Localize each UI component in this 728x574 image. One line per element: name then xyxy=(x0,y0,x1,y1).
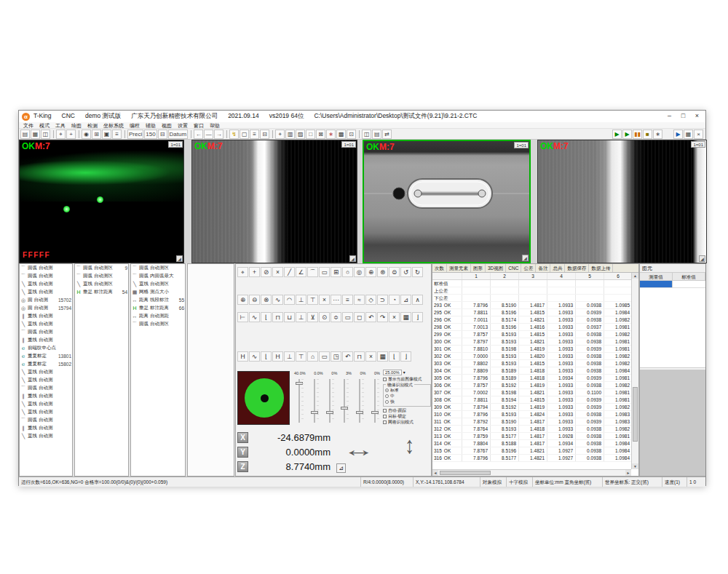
radio-option[interactable]: 标准 xyxy=(385,388,429,393)
table-row[interactable]: 下公差 xyxy=(432,295,631,302)
empty-box-icon[interactable]: □ xyxy=(306,129,315,139)
checkbox-option[interactable]: 自动-跟踪 xyxy=(383,408,431,413)
table-row[interactable]: 313OK7.87598.51771.48171.09280.09381.098… xyxy=(432,433,631,440)
list-item[interactable]: H垂足标注距离54 xyxy=(75,288,128,296)
grid-view-icon[interactable]: ▦ xyxy=(684,129,693,139)
table-row[interactable]: 上公差 xyxy=(432,287,631,295)
value-150-button[interactable]: 150 xyxy=(144,129,157,139)
toolbox-icon[interactable]: ▦ xyxy=(400,312,411,322)
light-slider[interactable] xyxy=(309,378,320,424)
camera-view-4[interactable]: OKM:7 1=01 ◢ xyxy=(537,140,707,263)
toolbox-icon[interactable]: ≎ xyxy=(331,312,341,322)
run-blue-icon[interactable]: ▶ xyxy=(673,129,683,139)
menu-item[interactable]: 绘图 xyxy=(68,122,84,129)
camera-resize-grip[interactable]: ◢ xyxy=(699,255,705,262)
scroll-thumb[interactable] xyxy=(633,387,638,442)
toolbox-icon[interactable]: ▭ xyxy=(319,267,330,277)
play-icon[interactable]: ▶ xyxy=(612,129,622,139)
arrow-right-icon[interactable]: → xyxy=(214,129,223,139)
list-item[interactable]: ∥重线自动测 xyxy=(20,336,72,344)
slider-thumb[interactable] xyxy=(356,411,363,414)
radio-option[interactable]: 快 xyxy=(385,399,429,404)
table-header-tab[interactable]: 测量元素 xyxy=(447,264,471,272)
toolbox-icon[interactable]: ⊞ xyxy=(331,267,341,277)
toolbox-icon[interactable]: ↷ xyxy=(377,312,388,322)
table-row[interactable]: 309OK7.87948.51921.48191.09330.09391.098… xyxy=(432,404,631,411)
list-item[interactable]: ⌒圆弧自动测区 xyxy=(75,272,128,280)
table-row[interactable]: 303OK7.88028.51931.48151.09330.09381.098… xyxy=(432,360,631,367)
play-all-icon[interactable]: ▶ xyxy=(622,129,632,139)
close-view-icon[interactable]: × xyxy=(694,129,703,139)
zoom-value[interactable]: 25.00% xyxy=(383,370,402,375)
preci-button[interactable]: Preci xyxy=(127,129,143,139)
toolbox-icon[interactable]: ⌋ xyxy=(412,312,423,322)
table-row[interactable]: 312OK7.87648.51931.48181.09330.09381.098… xyxy=(432,426,631,433)
toolbox-icon[interactable]: ⊕ xyxy=(365,267,376,277)
checkbox-option[interactable]: 目标-锁定 xyxy=(383,414,431,419)
toolbox-icon[interactable]: ╱ xyxy=(284,267,295,277)
table-header-tab[interactable]: 数据上传 xyxy=(589,264,613,272)
table-row[interactable]: 标准值 xyxy=(432,280,631,287)
light-slider[interactable] xyxy=(370,378,380,424)
toolbox-icon[interactable]: H xyxy=(237,351,248,362)
menu-item[interactable]: 帮助 xyxy=(207,122,223,129)
toolbox-icon[interactable]: ▦ xyxy=(377,351,388,362)
list-item[interactable]: ◎圆自动测15794 xyxy=(20,304,72,312)
line-tool-icon[interactable]: — xyxy=(204,129,213,139)
list-item[interactable]: ⌒圆弧自动测 xyxy=(20,384,72,392)
menu-item[interactable]: 设置 xyxy=(175,122,191,129)
list-item[interactable]: ╲直线自动测 xyxy=(20,280,72,288)
dot-box-icon[interactable]: ⊡ xyxy=(347,129,356,139)
list-item[interactable]: ⌒圆弧自动测 xyxy=(20,264,72,272)
toolbox-icon[interactable]: ◎ xyxy=(354,267,365,277)
toolbox-icon[interactable]: ⊥ xyxy=(284,351,295,362)
light-slider[interactable] xyxy=(339,378,349,424)
light-slider[interactable] xyxy=(355,378,365,424)
table-row[interactable]: 311OK7.87928.51901.48171.09330.09391.098… xyxy=(432,418,631,426)
list-item[interactable]: ℮重复标定15802 xyxy=(20,360,72,368)
toolbox-icon[interactable]: ⊥ xyxy=(296,295,306,305)
toolbox-icon[interactable]: ⌊ xyxy=(261,351,272,362)
toolbox-icon[interactable]: ▭ xyxy=(319,351,330,362)
list-item[interactable]: ╲直线自动测 xyxy=(20,400,72,408)
save-file-icon[interactable]: ◫ xyxy=(41,129,50,139)
target-icon[interactable]: ⌖ xyxy=(56,129,66,139)
list-item[interactable]: ℮前端纹中心点 xyxy=(20,344,72,352)
toolbox-icon[interactable]: × xyxy=(319,295,330,305)
toolbox-icon[interactable]: ∠ xyxy=(296,267,306,277)
open-file-icon[interactable]: ▦ xyxy=(31,129,40,139)
table-header-tab[interactable]: 公差 xyxy=(521,264,536,272)
list-item[interactable]: ↔距离自动测距 xyxy=(131,312,185,320)
toolbox-icon[interactable]: ⊿ xyxy=(400,295,411,305)
table-header-tab[interactable]: 数据保存 xyxy=(565,264,589,272)
save2-icon[interactable]: ◫ xyxy=(362,129,371,139)
toolbox-icon[interactable]: ⊓ xyxy=(272,312,283,322)
table-header-tab[interactable]: 总共 xyxy=(550,264,565,272)
settings-icon[interactable]: ∗ xyxy=(653,129,662,139)
add-point-icon[interactable]: + xyxy=(66,129,76,139)
camera-resize-grip[interactable]: ◢ xyxy=(349,255,356,262)
table-header-tab[interactable]: CNC xyxy=(506,264,521,272)
toolbox-icon[interactable]: ∧ xyxy=(412,295,423,305)
toolbox-icon[interactable]: ⊛ xyxy=(377,267,388,277)
crosshair-icon[interactable]: ⌖ xyxy=(275,129,285,139)
list-item[interactable]: ⌒圆弧自动测 xyxy=(20,272,72,280)
toolbox-icon[interactable]: ⊻ xyxy=(307,312,318,322)
table-row[interactable]: 299OK7.87578.51931.48151.09330.09381.098… xyxy=(432,331,631,338)
toolbox-icon[interactable]: ↻ xyxy=(412,267,423,277)
toolbox-icon[interactable]: ⊓ xyxy=(354,351,365,362)
stop-icon[interactable]: ■ xyxy=(643,129,652,139)
menu-item[interactable]: 模式 xyxy=(36,122,52,129)
slider-thumb[interactable] xyxy=(311,411,318,414)
toolbox-icon[interactable]: ⊘ xyxy=(261,267,272,277)
capture-icon[interactable]: ▣ xyxy=(102,129,111,139)
table-header-tab[interactable]: 备注 xyxy=(536,264,550,272)
camera-zoom-chip[interactable]: 1=01 xyxy=(341,141,356,148)
list-item[interactable]: ∥重线自动测 xyxy=(20,424,72,432)
toolbox-icon[interactable]: H xyxy=(272,351,283,362)
toolbox-icon[interactable]: ∿ xyxy=(249,351,260,362)
toolbox-icon[interactable]: ⌊ xyxy=(261,312,272,322)
table-row[interactable]: 314OK7.88048.51881.48171.09340.09381.098… xyxy=(432,440,631,447)
table-header-tab[interactable]: 次数 xyxy=(432,264,447,272)
table-row[interactable]: 301OK7.88108.51981.48191.09330.09391.098… xyxy=(432,346,631,353)
